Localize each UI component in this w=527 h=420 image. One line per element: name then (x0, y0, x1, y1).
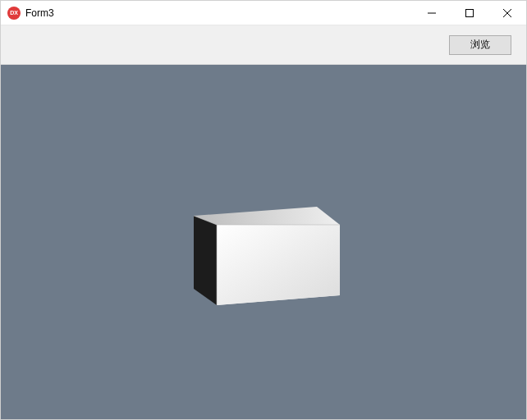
3d-viewport[interactable] (1, 65, 526, 419)
app-icon: DX (7, 7, 21, 20)
maximize-icon (465, 9, 474, 17)
minimize-icon (428, 9, 436, 17)
minimize-button[interactable] (413, 1, 451, 25)
window-title: Form3 (25, 7, 54, 19)
browse-button[interactable]: 浏览 (449, 35, 511, 55)
3d-box (194, 207, 350, 316)
app-icon-text: DX (10, 10, 18, 16)
maximize-button[interactable] (451, 1, 488, 25)
svg-marker-4 (194, 216, 217, 305)
close-button[interactable] (488, 1, 526, 25)
window-controls (413, 1, 526, 25)
svg-marker-6 (217, 225, 340, 305)
titlebar: DX Form3 (1, 1, 526, 25)
browse-button-label: 浏览 (470, 38, 490, 52)
toolbar: 浏览 (1, 25, 526, 65)
svg-rect-1 (466, 9, 474, 16)
close-icon (503, 9, 511, 17)
svg-marker-7 (194, 207, 340, 225)
